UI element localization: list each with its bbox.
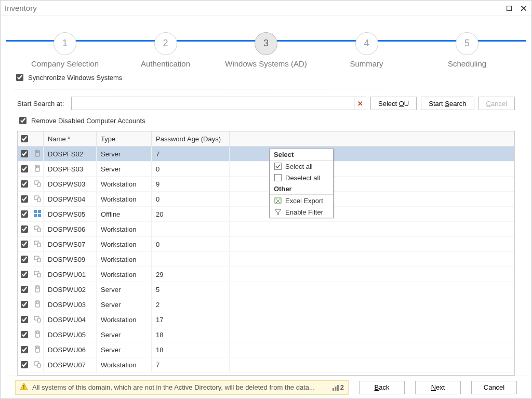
- row-checkbox[interactable]: [21, 361, 28, 368]
- step-authentication[interactable]: 2 Authentication: [116, 25, 216, 68]
- start-search-button[interactable]: Start Search: [421, 97, 474, 110]
- svg-rect-36: [23, 388, 24, 389]
- table-row[interactable]: DOSPWS09Workstation: [18, 252, 514, 267]
- row-type-icon: [31, 147, 44, 162]
- header-checkbox[interactable]: [18, 131, 31, 147]
- svg-rect-14: [38, 214, 41, 217]
- svg-rect-34: [37, 364, 41, 367]
- row-type: Server: [97, 282, 152, 297]
- row-checkbox[interactable]: [21, 165, 28, 172]
- maximize-icon[interactable]: [506, 5, 513, 12]
- table-row[interactable]: DOSPWS05Offline20: [18, 207, 514, 222]
- row-checkbox[interactable]: [21, 331, 28, 338]
- row-password-age: 18: [152, 342, 230, 357]
- row-checkbox[interactable]: [21, 180, 28, 188]
- row-type: Workstation: [97, 222, 152, 237]
- table-row[interactable]: DOSPWU04Workstation17: [18, 312, 514, 327]
- divider: [14, 89, 518, 89]
- row-checkbox[interactable]: [21, 301, 28, 308]
- row-name: DOSPWS05: [44, 207, 97, 222]
- row-type-icon: [31, 327, 44, 342]
- clear-search-icon[interactable]: ✕: [354, 97, 366, 110]
- header-icon[interactable]: [31, 131, 44, 147]
- row-type: Offline: [97, 207, 152, 222]
- header-type[interactable]: Type: [97, 131, 152, 147]
- table-row[interactable]: DOSPWU03Server2: [18, 297, 514, 312]
- table-row[interactable]: DOSPWU06Server18: [18, 342, 514, 357]
- context-excel-export[interactable]: Excel Export: [270, 195, 333, 206]
- step-windows-systems[interactable]: 3 Windows Systems (AD): [216, 25, 316, 68]
- cancel-button[interactable]: Cancel: [471, 381, 517, 394]
- row-checkbox[interactable]: [21, 256, 28, 263]
- row-checkbox[interactable]: [21, 241, 28, 248]
- table-row[interactable]: DOSPFS03Server0: [18, 162, 514, 177]
- sync-checkbox[interactable]: [16, 74, 23, 81]
- row-checkbox[interactable]: [21, 286, 28, 293]
- row-password-age: [152, 222, 230, 237]
- row-checkbox[interactable]: [21, 346, 28, 353]
- row-type: Workstation: [97, 192, 152, 207]
- svg-rect-0: [507, 6, 512, 10]
- warning-count[interactable]: 2: [332, 383, 344, 391]
- back-button[interactable]: Back: [359, 381, 405, 394]
- select-ou-button[interactable]: Select OU: [370, 97, 417, 110]
- table-row[interactable]: DOSPWS03Workstation9: [18, 177, 514, 192]
- row-type-icon: [31, 342, 44, 357]
- svg-rect-41: [275, 175, 282, 181]
- svg-rect-11: [34, 210, 37, 213]
- window-title: Inventory: [5, 4, 498, 12]
- sync-label: Synchronize Windows Systems: [28, 74, 122, 82]
- excel-icon: [274, 196, 282, 205]
- row-name: DOSPWU02: [44, 282, 97, 297]
- context-deselect-all[interactable]: Deselect all: [270, 172, 333, 183]
- row-name: DOSPWU04: [44, 312, 97, 327]
- table-row[interactable]: DOSPWS04Workstation0: [18, 192, 514, 207]
- table-row[interactable]: DOSPWU05Server18: [18, 327, 514, 342]
- row-password-age: [152, 252, 230, 267]
- row-type: Server: [97, 342, 152, 357]
- table-row[interactable]: DOSPWS07Workstation0: [18, 237, 514, 252]
- table-row[interactable]: DOSPWU01Workstation29: [18, 267, 514, 282]
- step-summary[interactable]: 4 Summary: [317, 25, 417, 68]
- next-button[interactable]: Next: [415, 381, 461, 394]
- step-scheduling[interactable]: 5 Scheduling: [417, 25, 517, 68]
- remove-disabled-checkbox[interactable]: [19, 117, 26, 124]
- row-checkbox[interactable]: [21, 316, 28, 323]
- row-password-age: 9: [152, 177, 230, 192]
- header-password-age[interactable]: Password Age (Days): [152, 131, 230, 147]
- svg-rect-13: [34, 214, 37, 217]
- row-password-age: 29: [152, 267, 230, 282]
- row-type: Workstation: [97, 357, 152, 373]
- row-type: Workstation: [97, 267, 152, 282]
- row-password-age: 17: [152, 312, 230, 327]
- step-company-selection[interactable]: 1 Company Selection: [15, 25, 115, 68]
- table-row[interactable]: DOSPWS06Workstation: [18, 222, 514, 237]
- row-password-age: 5: [152, 282, 230, 297]
- row-password-age: 7: [152, 357, 230, 373]
- row-type-icon: [31, 312, 44, 327]
- row-type-icon: [31, 177, 44, 192]
- row-checkbox[interactable]: [21, 195, 28, 203]
- row-name: DOSPWU03: [44, 297, 97, 312]
- close-icon[interactable]: [520, 5, 527, 12]
- wizard-stepper: 1 Company Selection 2 Authentication 3 W…: [6, 21, 526, 71]
- row-type-icon: [31, 222, 44, 237]
- search-input[interactable]: [72, 97, 354, 110]
- svg-rect-10: [37, 198, 41, 202]
- table-row[interactable]: DOSPWU02Server5: [18, 282, 514, 297]
- context-enable-filter[interactable]: Enable Filter: [270, 206, 333, 218]
- checkbox-checked-icon: [274, 162, 282, 170]
- table-row[interactable]: DOSPWU07Workstation7: [18, 357, 514, 373]
- row-checkbox[interactable]: [21, 150, 28, 157]
- table-row[interactable]: DOSPFS02Server7: [18, 147, 514, 162]
- row-type-icon: [31, 252, 44, 267]
- warning-banner: All systems of this domain, which are no…: [15, 380, 349, 395]
- row-password-age: 0: [152, 192, 230, 207]
- row-checkbox[interactable]: [21, 271, 28, 278]
- context-menu: Select Select all Deselect all Other Exc…: [269, 149, 334, 218]
- header-name[interactable]: Name▲: [44, 131, 97, 147]
- context-select-all[interactable]: Select all: [270, 161, 333, 172]
- svg-rect-18: [37, 243, 41, 247]
- row-checkbox[interactable]: [21, 210, 28, 218]
- row-checkbox[interactable]: [21, 225, 28, 233]
